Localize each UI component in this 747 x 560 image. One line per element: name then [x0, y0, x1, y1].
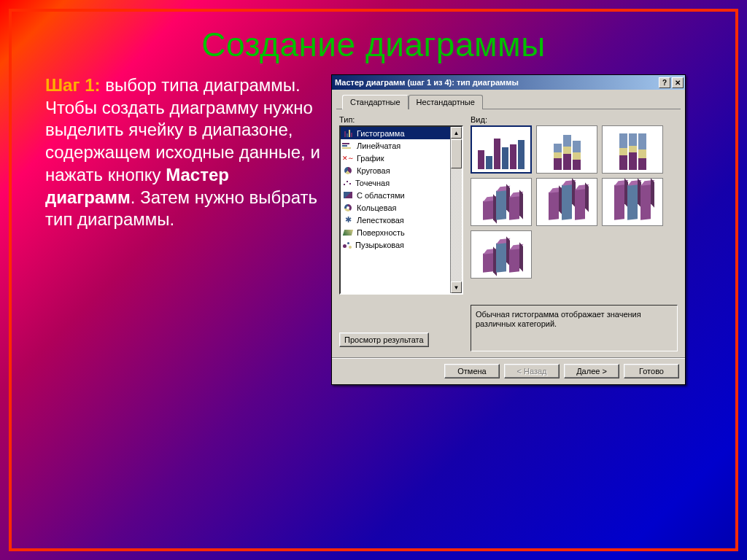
- close-button[interactable]: ✕: [672, 77, 684, 88]
- scroll-up-button[interactable]: ▲: [451, 127, 462, 139]
- list-item[interactable]: С областями: [341, 189, 450, 201]
- help-button[interactable]: ?: [659, 77, 670, 88]
- doughnut-icon: [342, 203, 354, 213]
- pie-chart-icon: [342, 166, 354, 176]
- subtype-option[interactable]: [471, 230, 532, 279]
- list-item[interactable]: Точечная: [341, 176, 450, 189]
- surface-icon: [342, 228, 354, 238]
- preview-result-button[interactable]: Просмотр результата: [339, 332, 429, 347]
- slide-body-text: Шаг 1: выбор типа диаграммы. Чтобы созда…: [45, 74, 322, 385]
- dialog-titlebar[interactable]: Мастер диаграмм (шаг 1 из 4): тип диагра…: [332, 75, 685, 90]
- list-item-label: С областями: [357, 191, 405, 200]
- histogram-icon: [342, 128, 354, 139]
- radar-icon: ✱: [342, 215, 354, 225]
- subtype-option[interactable]: [602, 125, 663, 174]
- list-item-label: Линейчатая: [357, 141, 400, 150]
- tab-standard[interactable]: Стандартные: [342, 95, 409, 109]
- list-item[interactable]: ✱ Лепестковая: [341, 214, 450, 226]
- list-item-label: Гистограмма: [357, 129, 405, 138]
- list-item[interactable]: Пузырьковая: [341, 238, 450, 251]
- slide-title: Создание диаграммы: [12, 12, 735, 71]
- dialog-footer: Отмена < Назад Далее > Готово: [332, 357, 685, 384]
- subtype-option[interactable]: [471, 125, 532, 174]
- type-listbox[interactable]: Гистограмма Линейчатая ✕∼ График: [339, 125, 463, 295]
- list-item[interactable]: Гистограмма: [341, 127, 450, 139]
- area-chart-icon: [342, 190, 354, 201]
- next-button[interactable]: Далее >: [564, 364, 619, 378]
- line-chart-icon: ✕∼: [342, 153, 354, 163]
- list-item[interactable]: Круговая: [341, 164, 450, 176]
- subtype-option[interactable]: [536, 178, 597, 226]
- list-item-label: Точечная: [355, 179, 390, 187]
- bubble-icon: [342, 241, 352, 249]
- list-item-label: Поверхность: [357, 228, 405, 237]
- listbox-scrollbar[interactable]: ▲ ▼: [450, 127, 462, 293]
- step-label: Шаг 1:: [45, 75, 100, 95]
- subtype-option[interactable]: [602, 178, 663, 226]
- cancel-button[interactable]: Отмена: [444, 364, 500, 378]
- subtype-option[interactable]: [536, 125, 597, 174]
- tab-custom[interactable]: Нестандартные: [409, 95, 483, 109]
- list-item-label: Пузырьковая: [355, 241, 404, 249]
- subtype-option[interactable]: [471, 178, 532, 226]
- list-item-label: Круговая: [357, 166, 390, 175]
- scroll-down-button[interactable]: ▼: [451, 281, 462, 293]
- subtype-label: Вид:: [471, 115, 678, 124]
- chart-wizard-dialog: Мастер диаграмм (шаг 1 из 4): тип диагра…: [331, 74, 686, 385]
- list-item[interactable]: ✕∼ График: [341, 152, 450, 164]
- list-item-label: Лепестковая: [357, 216, 404, 225]
- scroll-track[interactable]: [451, 169, 462, 281]
- dialog-title: Мастер диаграмм (шаг 1 из 4): тип диагра…: [335, 78, 657, 87]
- tab-bar: Стандартные Нестандартные: [336, 90, 681, 109]
- back-button[interactable]: < Назад: [504, 364, 560, 378]
- type-label: Тип:: [339, 115, 463, 124]
- list-item[interactable]: Поверхность: [341, 226, 450, 238]
- list-item[interactable]: Кольцевая: [341, 201, 450, 214]
- subtype-description: Обычная гистограмма отображает значения …: [471, 305, 678, 351]
- list-item-label: График: [357, 154, 384, 163]
- finish-button[interactable]: Готово: [624, 364, 679, 378]
- list-item[interactable]: Линейчатая: [341, 139, 450, 152]
- bar-h-icon: [342, 141, 354, 151]
- list-item-label: Кольцевая: [357, 203, 397, 212]
- scatter-icon: [342, 179, 352, 187]
- scroll-thumb[interactable]: [451, 139, 462, 168]
